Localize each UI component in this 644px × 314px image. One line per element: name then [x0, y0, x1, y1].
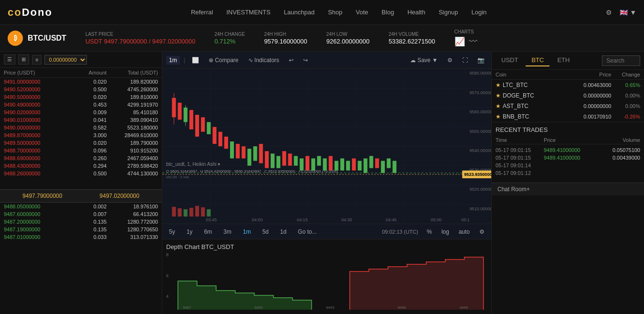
ob-list-view-btn[interactable]: ☰	[4, 54, 15, 65]
chat-room-bar[interactable]: Chat Room+	[492, 183, 644, 195]
chart-indicators-btn[interactable]: ∿ Indicators	[245, 56, 282, 65]
nav-blog[interactable]: Blog	[381, 9, 394, 16]
chart-redo-btn[interactable]: ↪	[300, 56, 311, 65]
chart-bb-right: % log auto ⚙	[424, 228, 487, 236]
chart-settings-btn[interactable]: ⚙	[444, 56, 455, 65]
ob-sell-row[interactable]: 9488.690000000.2602467.059400	[0, 154, 162, 162]
ob-sell-row[interactable]: 9489.500000000.020189.790000	[0, 139, 162, 147]
tab-usdt[interactable]: USDT	[496, 54, 524, 66]
trade-row: 05-17 09:01:159489.410000000.00439000	[496, 154, 640, 162]
volume-label: 24H Volume	[389, 32, 435, 37]
ob-grid-view-btn[interactable]: ⊞	[18, 54, 29, 65]
ob-sell-row[interactable]: 9490.490000000.4534299.191970	[0, 101, 162, 108]
chart-fullscreen-btn[interactable]: ⛶	[459, 56, 471, 65]
chart-1d-btn[interactable]: 1d	[277, 228, 289, 236]
candlestick-chart-icon[interactable]: 〰	[469, 37, 477, 47]
chart-6m-btn[interactable]: 6m	[201, 228, 215, 236]
ob-buy-row[interactable]: 9487.010000000.033313.071330	[0, 233, 162, 241]
ob-sell-row[interactable]: 9488.700000000.096910.915200	[0, 147, 162, 154]
coin-name: ★DOGE_BTC	[496, 92, 553, 99]
coin-row[interactable]: ★BNB_BTC0.00170910-0.26%	[492, 111, 644, 122]
chart-1m-timeframe-btn[interactable]: 1m	[240, 228, 254, 236]
ob-buy-row[interactable]: 9487.190000000.1351280.770650	[0, 226, 162, 233]
nav-launchpad[interactable]: Launchpad	[284, 9, 315, 16]
ob-sell-price: 9488.43000000	[4, 163, 55, 169]
ob-sell-price: 9488.26000000	[4, 171, 55, 176]
ob-sell-row[interactable]: 9489.870000003.00028469.610000	[0, 131, 162, 139]
chart-percent-btn[interactable]: %	[424, 228, 435, 236]
ob-sell-row[interactable]: 9490.500000000.020189.810000	[0, 93, 162, 101]
trade-volume: 0.00439000	[592, 155, 640, 161]
ob-buy-orders: 9488.050000000.00218.9761009487.60000000…	[0, 203, 162, 314]
trade-volume: 0.05075100	[592, 147, 640, 153]
chart-settings2-btn[interactable]: ⚙	[476, 228, 487, 236]
chart-log-btn[interactable]: log	[439, 228, 452, 236]
svg-text:05:00: 05:00	[431, 217, 442, 222]
settings-icon[interactable]: ⚙	[606, 9, 612, 16]
nav-shop[interactable]: Shop	[328, 9, 342, 16]
svg-rect-36	[236, 144, 240, 158]
nav-login[interactable]: Login	[471, 9, 486, 16]
line-chart-icon[interactable]: 📈	[454, 36, 465, 47]
coin-row[interactable]: ★AST_BTC0.000000000.00%	[492, 101, 644, 111]
ob-sell-row[interactable]: 9490.000000000.5825523.180000	[0, 124, 162, 131]
low-item: 24H LOW 9262.00000000	[327, 32, 370, 45]
ob-decimal-select[interactable]: 0.00000000	[44, 55, 87, 65]
chart-bar-type-btn[interactable]: ⬜	[189, 56, 202, 65]
ob-sell-amount: 0.020	[55, 94, 107, 100]
ob-sell-price: 9489.50000000	[4, 140, 55, 146]
chart-3m-btn[interactable]: 3m	[221, 228, 234, 236]
ob-sell-row[interactable]: 9488.430000000.2942789.598420	[0, 162, 162, 170]
chart-camera-btn[interactable]: 📷	[475, 56, 487, 65]
chart-cloud-btn[interactable]: ☁ Save ▼	[407, 56, 441, 65]
chart-auto-btn[interactable]: auto	[456, 228, 473, 236]
chart-compare-btn[interactable]: ⊕ Compare	[206, 56, 242, 65]
ob-buy-total: 66.413200	[106, 211, 158, 217]
header-right: ⚙ 🇬🇧 ▼	[606, 9, 636, 16]
header-coin: Coin	[496, 72, 553, 77]
chart-1m-btn[interactable]: 1m	[166, 56, 180, 65]
svg-rect-50	[317, 156, 321, 165]
ob-sell-row[interactable]: 9491.000000000.020189.820000	[0, 78, 162, 86]
ob-spread-bid: 9497.79000000	[22, 193, 62, 199]
ob-buy-total: 313.071330	[106, 234, 158, 240]
ob-depth-view-btn[interactable]: ≡	[32, 55, 42, 65]
svg-text:9490: 9490	[254, 305, 263, 310]
nav-health[interactable]: Health	[407, 9, 425, 16]
chart-1y-btn[interactable]: 1y	[184, 228, 196, 236]
chart-5d-btn[interactable]: 5d	[259, 228, 271, 236]
ob-buy-total: 18.976100	[106, 204, 158, 209]
tab-eth[interactable]: ETH	[551, 54, 575, 66]
ob-sell-row[interactable]: 9490.010000000.041389.090410	[0, 116, 162, 124]
logo: coDono	[8, 6, 53, 19]
ob-sell-row[interactable]: 9488.260000000.5004744.130000	[0, 170, 162, 177]
svg-rect-24	[178, 103, 181, 119]
coin-row[interactable]: ★DOGE_BTC0.000000000.00%	[492, 90, 644, 101]
ob-buy-row[interactable]: 9487.200000000.1351280.772000	[0, 218, 162, 226]
ob-sell-amount: 0.096	[55, 148, 107, 153]
nav-referral[interactable]: Referral	[191, 9, 213, 16]
ob-sell-price: 9490.52000000	[4, 87, 55, 92]
coin-row[interactable]: ★LTC_BTC0.004630000.65%	[492, 80, 644, 90]
ob-buy-row[interactable]: 9487.600000000.00766.413200	[0, 210, 162, 218]
tab-btc[interactable]: BTC	[526, 54, 549, 66]
volume-item: 24H Volume 53382.62271500	[389, 32, 435, 45]
ob-sell-row[interactable]: 9490.520000000.5004745.260000	[0, 86, 162, 93]
low-value: 9262.00000000	[327, 38, 370, 45]
chart-undo-btn[interactable]: ↩	[286, 56, 296, 65]
coin-price: 0.00000000	[553, 93, 611, 98]
coin-search-input[interactable]	[602, 55, 640, 66]
ob-sell-row[interactable]: 9490.020000000.00985.410180	[0, 108, 162, 116]
ob-sell-price: 9489.87000000	[4, 132, 55, 138]
language-flag[interactable]: 🇬🇧 ▼	[620, 9, 636, 16]
ob-buy-price: 9487.20000000	[4, 219, 55, 225]
chart-goto-btn[interactable]: Go to...	[295, 228, 319, 236]
nav-vote[interactable]: Vote	[356, 9, 368, 16]
chart-5y-btn[interactable]: 5y	[166, 228, 178, 236]
coin-name: ★AST_BTC	[496, 103, 553, 109]
ob-header-amount: Amount	[55, 70, 107, 76]
svg-text:04:30: 04:30	[341, 217, 352, 222]
nav-investments[interactable]: INVESTMENTS	[226, 9, 270, 16]
ob-buy-row[interactable]: 9488.050000000.00218.976100	[0, 203, 162, 210]
nav-signup[interactable]: Signup	[439, 9, 458, 16]
